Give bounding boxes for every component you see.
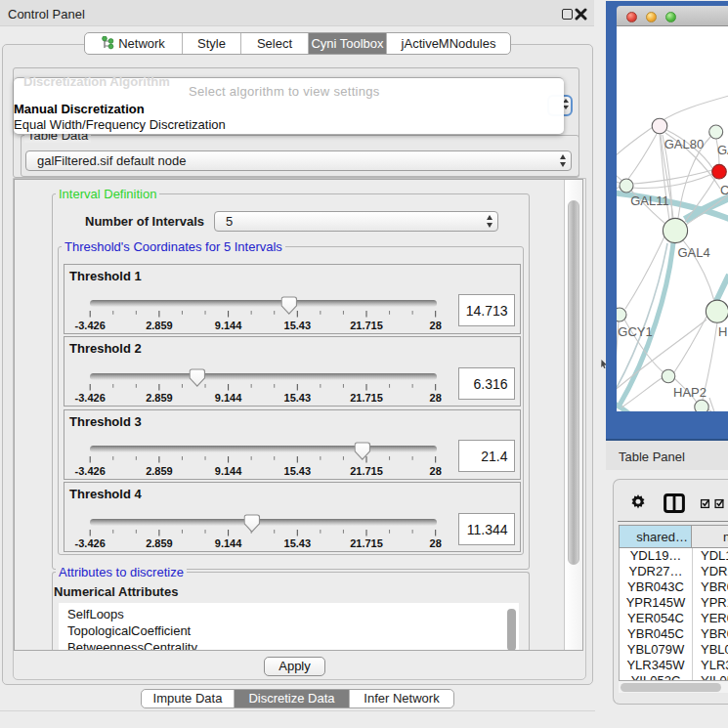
svg-text:GAL80: GAL80 <box>664 137 704 151</box>
svg-text:H: H <box>718 324 727 339</box>
svg-text:GAL11: GAL11 <box>630 193 669 208</box>
svg-text:GA: GA <box>717 143 728 157</box>
svg-text:GCY1: GCY1 <box>618 324 652 339</box>
svg-text:C: C <box>720 183 728 197</box>
svg-text:GAL4: GAL4 <box>677 245 709 260</box>
svg-text:HAP2: HAP2 <box>673 385 707 400</box>
